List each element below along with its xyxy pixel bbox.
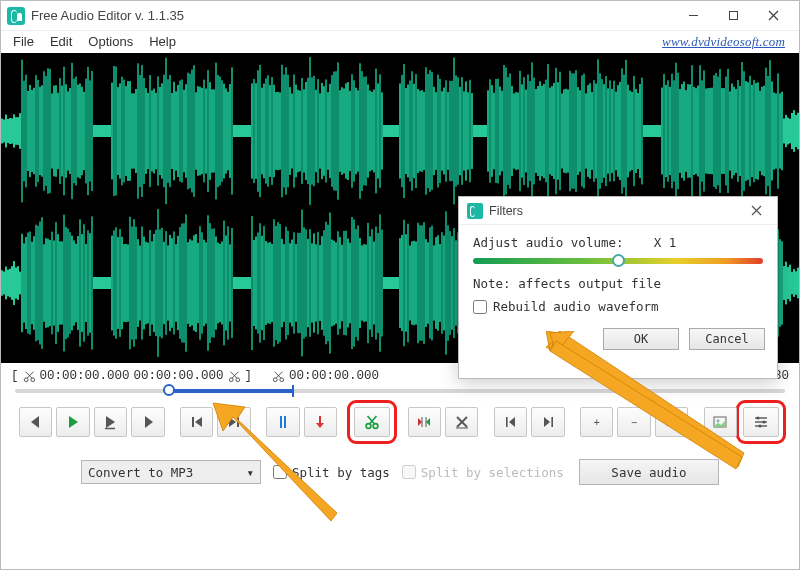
- menu-help[interactable]: Help: [141, 32, 184, 51]
- svg-rect-582: [355, 229, 357, 337]
- svg-rect-193: [377, 83, 379, 178]
- svg-rect-309: [609, 80, 611, 181]
- svg-rect-393: [777, 73, 779, 188]
- menu-bar: File Edit Options Help www.dvdvideosoft.…: [1, 31, 799, 53]
- zoom-in-button[interactable]: +: [580, 407, 613, 437]
- svg-rect-248: [487, 90, 489, 171]
- trim-button[interactable]: [408, 407, 441, 437]
- svg-rect-71: [133, 93, 135, 168]
- svg-rect-617: [425, 239, 427, 327]
- svg-rect-214: [419, 91, 421, 172]
- split-tags-input[interactable]: [273, 465, 287, 479]
- close-button[interactable]: [753, 2, 793, 30]
- svg-rect-390: [771, 81, 773, 180]
- play-selection-button[interactable]: [94, 407, 127, 437]
- svg-marker-842: [509, 417, 515, 427]
- svg-rect-68: [127, 81, 129, 181]
- svg-rect-138: [267, 75, 269, 187]
- svg-rect-79: [149, 75, 151, 187]
- save-audio-button[interactable]: Save audio: [579, 459, 719, 485]
- cancel-button[interactable]: Cancel: [689, 328, 765, 350]
- svg-rect-331: [653, 125, 655, 137]
- svg-rect-482: [155, 230, 157, 336]
- seek-slider[interactable]: [1, 385, 799, 395]
- play-button[interactable]: [56, 407, 89, 437]
- svg-rect-594: [379, 214, 381, 351]
- picture-button[interactable]: [704, 407, 737, 437]
- cut-button[interactable]: [354, 407, 390, 437]
- svg-rect-59: [109, 125, 111, 137]
- rebuild-waveform-checkbox[interactable]: Rebuild audio waveform: [473, 299, 763, 314]
- svg-rect-161: [313, 76, 315, 186]
- menu-file[interactable]: File: [5, 32, 42, 51]
- svg-rect-345: [681, 84, 683, 178]
- svg-rect-196: [383, 125, 385, 137]
- svg-rect-73: [137, 63, 139, 198]
- svg-rect-228: [447, 92, 449, 170]
- svg-point-850: [756, 416, 759, 419]
- dialog-title-bar[interactable]: Filters: [459, 197, 777, 225]
- menu-options[interactable]: Options: [80, 32, 141, 51]
- svg-rect-377: [745, 81, 747, 181]
- svg-rect-210: [411, 71, 413, 191]
- minimize-button[interactable]: [673, 2, 713, 30]
- svg-rect-21: [33, 88, 35, 174]
- delete-button[interactable]: [445, 407, 478, 437]
- skip-back-button[interactable]: [180, 407, 213, 437]
- zoom-out-button[interactable]: −: [617, 407, 650, 437]
- svg-rect-273: [537, 86, 539, 176]
- svg-rect-148: [287, 75, 289, 188]
- svg-rect-547: [285, 227, 287, 340]
- svg-rect-580: [351, 217, 353, 349]
- svg-rect-277: [545, 80, 547, 183]
- svg-rect-540: [271, 244, 273, 322]
- svg-rect-440: [71, 236, 73, 331]
- website-link[interactable]: www.dvdvideosoft.com: [662, 34, 785, 50]
- mark-end-button[interactable]: [304, 407, 337, 437]
- split-by-tags-checkbox[interactable]: Split by tags: [273, 465, 390, 480]
- volume-slider-handle[interactable]: [612, 254, 625, 267]
- jump-sel-start-button[interactable]: [494, 407, 527, 437]
- skip-forward-button[interactable]: [217, 407, 250, 437]
- svg-rect-523: [237, 277, 239, 289]
- svg-rect-211: [413, 84, 415, 178]
- svg-rect-62: [115, 67, 117, 196]
- convert-format-select[interactable]: Convert to MP3 ▾: [81, 460, 261, 484]
- maximize-button[interactable]: [713, 2, 753, 30]
- ok-button[interactable]: OK: [603, 328, 679, 350]
- svg-rect-446: [83, 224, 85, 342]
- svg-rect-464: [119, 229, 121, 337]
- rebuild-label: Rebuild audio waveform: [493, 299, 659, 314]
- svg-rect-279: [549, 88, 551, 175]
- cursor-time-group: 00:00:00.000: [272, 369, 379, 383]
- svg-rect-434: [59, 241, 61, 324]
- svg-rect-124: [239, 125, 241, 137]
- close-bracket: ]: [245, 369, 253, 383]
- svg-rect-445: [81, 234, 83, 332]
- svg-rect-121: [233, 125, 235, 137]
- svg-rect-152: [295, 85, 297, 178]
- menu-edit[interactable]: Edit: [42, 32, 80, 51]
- svg-rect-75: [141, 65, 143, 197]
- svg-rect-168: [327, 92, 329, 170]
- next-button[interactable]: [131, 407, 164, 437]
- svg-rect-178: [347, 82, 349, 180]
- dialog-close-button[interactable]: [743, 200, 769, 222]
- zoom-reset-button[interactable]: 1X: [655, 407, 688, 437]
- svg-rect-618: [427, 242, 429, 323]
- svg-rect-160: [311, 77, 313, 184]
- svg-rect-433: [57, 234, 59, 332]
- rebuild-input[interactable]: [473, 300, 487, 314]
- svg-rect-227: [445, 80, 447, 181]
- prev-button[interactable]: [19, 407, 52, 437]
- mark-start-button[interactable]: [266, 407, 299, 437]
- svg-rect-452: [95, 277, 97, 289]
- svg-rect-190: [371, 92, 373, 170]
- svg-rect-26: [43, 71, 45, 191]
- svg-rect-55: [101, 125, 103, 137]
- svg-rect-475: [141, 226, 143, 339]
- jump-sel-end-button[interactable]: [531, 407, 564, 437]
- volume-slider[interactable]: [473, 258, 763, 264]
- filters-button[interactable]: [743, 407, 779, 437]
- svg-rect-162: [315, 90, 317, 172]
